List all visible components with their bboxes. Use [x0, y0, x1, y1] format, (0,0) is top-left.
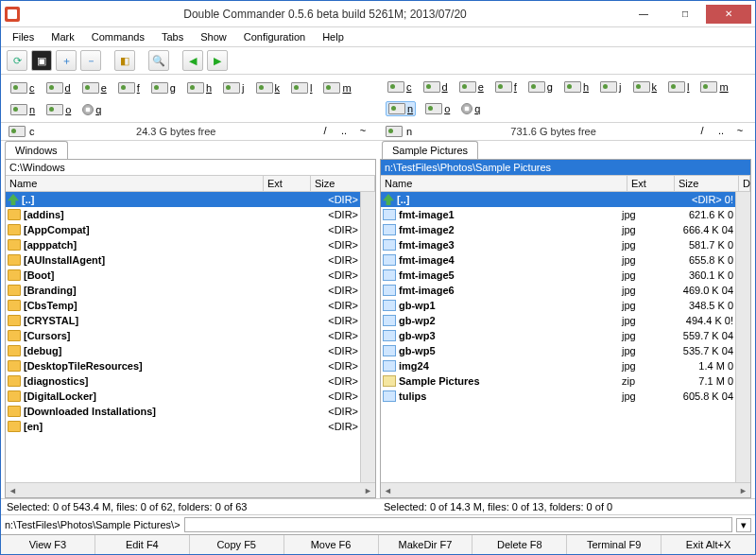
right-pathbar[interactable]: n:\TestFiles\Photos\Sample Pictures [381, 160, 750, 176]
drive-h[interactable]: h [562, 80, 591, 94]
file-row[interactable]: [DigitalLocker]<DIR> [6, 389, 360, 404]
file-row[interactable]: fmt-image2jpg666.4 K 04 [381, 222, 735, 237]
col-name[interactable]: Name [381, 176, 627, 191]
file-row[interactable]: [CRYSTAL]<DIR> [6, 313, 360, 328]
drive-l[interactable]: l [666, 80, 691, 94]
file-row[interactable]: img24jpg1.4 M 0 [381, 358, 735, 373]
drive-k[interactable]: k [631, 80, 660, 94]
menu-mark[interactable]: Mark [43, 29, 81, 44]
func-makedir[interactable]: MakeDir F7 [379, 535, 473, 554]
drive-g[interactable]: g [526, 80, 555, 94]
col-size[interactable]: Size [311, 176, 375, 191]
menu-configuration[interactable]: Configuration [236, 29, 313, 44]
left-file-list[interactable]: [..]<DIR>[addins]<DIR>[AppCompat]<DIR>[a… [6, 192, 360, 482]
drive-k[interactable]: k [254, 80, 283, 95]
func-edit[interactable]: Edit F4 [95, 535, 190, 554]
left-root-button[interactable]: / [318, 125, 333, 138]
left-up-button[interactable]: .. [336, 125, 352, 138]
menu-tabs[interactable]: Tabs [154, 29, 191, 44]
file-row[interactable]: [CbsTemp]<DIR> [6, 298, 360, 313]
drive-e[interactable]: e [457, 80, 486, 94]
func-terminal[interactable]: Terminal F9 [567, 535, 662, 554]
file-row[interactable]: [Boot]<DIR> [6, 268, 360, 283]
file-row[interactable]: gb-wp3jpg559.7 K 04 [381, 328, 735, 343]
func-exit[interactable]: Exit Alt+X [662, 535, 755, 554]
file-row[interactable]: [apppatch]<DIR> [6, 237, 360, 252]
file-row[interactable]: fmt-image3jpg581.7 K 0 [381, 237, 735, 252]
drive-n[interactable]: n [386, 101, 416, 116]
func-view[interactable]: View F3 [1, 535, 95, 554]
drive-q[interactable]: q [459, 101, 482, 116]
right-hscrollbar[interactable] [381, 482, 750, 497]
drive-h[interactable]: h [185, 80, 214, 95]
right-file-list[interactable]: [..]<DIR> 0!fmt-image1jpg621.6 K 0fmt-im… [381, 192, 735, 482]
func-copy[interactable]: Copy F5 [190, 535, 284, 554]
file-row[interactable]: Sample Pictureszip7.1 M 0 [381, 373, 735, 389]
cmd-dropdown[interactable]: ▾ [736, 518, 751, 532]
func-delete[interactable]: Delete F8 [472, 535, 567, 554]
left-vscrollbar[interactable] [360, 192, 375, 482]
file-row[interactable]: [..]<DIR> 0! [381, 192, 735, 207]
file-row[interactable]: [Branding]<DIR> [6, 283, 360, 298]
left-home-button[interactable]: ~ [355, 125, 370, 138]
drive-j[interactable]: j [221, 80, 246, 95]
file-row[interactable]: [AppCompat]<DIR> [6, 222, 360, 237]
file-row[interactable]: [..]<DIR> [6, 192, 360, 207]
file-row[interactable]: [Downloaded Installations]<DIR> [6, 404, 360, 419]
drive-m[interactable]: m [321, 80, 352, 95]
cmd-input[interactable] [184, 517, 732, 532]
minimize-button[interactable]: — [623, 5, 664, 24]
right-vscrollbar[interactable] [735, 192, 750, 482]
drive-f[interactable]: f [116, 80, 142, 95]
file-row[interactable]: [addins]<DIR> [6, 207, 360, 222]
drive-d[interactable]: d [44, 80, 73, 95]
menu-show[interactable]: Show [193, 29, 234, 44]
col-ext[interactable]: Ext [627, 176, 675, 191]
menu-commands[interactable]: Commands [84, 29, 152, 44]
back-button[interactable]: ◀ [182, 50, 203, 71]
left-hscrollbar[interactable] [6, 482, 375, 497]
right-up-button[interactable]: .. [713, 125, 729, 138]
drive-e[interactable]: e [80, 80, 109, 95]
terminal-button[interactable]: ▣ [31, 50, 52, 71]
menu-files[interactable]: Files [5, 29, 42, 44]
close-button[interactable]: ✕ [706, 5, 751, 24]
file-row[interactable]: [DesktopTileResources]<DIR> [6, 358, 360, 373]
file-row[interactable]: tulipsjpg605.8 K 04 [381, 389, 735, 404]
drive-c[interactable]: c [386, 80, 414, 94]
right-column-headers[interactable]: Name Ext Size D [381, 176, 750, 192]
drive-f[interactable]: f [493, 80, 519, 94]
right-current-drive[interactable]: n [406, 126, 412, 137]
file-row[interactable]: fmt-image1jpg621.6 K 0 [381, 207, 735, 222]
refresh-button[interactable]: ⟳ [7, 50, 27, 71]
file-row[interactable]: [diagnostics]<DIR> [6, 373, 360, 389]
file-row[interactable]: fmt-image6jpg469.0 K 04 [381, 283, 735, 298]
right-tab[interactable]: Sample Pictures [382, 141, 478, 159]
drive-g[interactable]: g [149, 80, 178, 95]
drive-n[interactable]: n [9, 102, 37, 116]
right-root-button[interactable]: / [695, 125, 710, 138]
left-tab[interactable]: Windows [5, 141, 68, 159]
col-size[interactable]: Size [675, 176, 739, 191]
menu-help[interactable]: Help [315, 29, 352, 44]
drive-d[interactable]: d [421, 80, 450, 94]
maximize-button[interactable]: □ [664, 5, 706, 24]
forward-button[interactable]: ▶ [207, 50, 228, 71]
right-home-button[interactable]: ~ [732, 125, 747, 138]
func-move[interactable]: Move F6 [284, 535, 379, 554]
col-name[interactable]: Name [6, 176, 264, 191]
file-row[interactable]: [en]<DIR> [6, 419, 360, 434]
left-current-drive[interactable]: c [29, 126, 35, 137]
file-row[interactable]: fmt-image5jpg360.1 K 0 [381, 268, 735, 283]
drive-l[interactable]: l [289, 80, 314, 95]
file-row[interactable]: [AUInstallAgent]<DIR> [6, 252, 360, 268]
search-button[interactable]: 🔍 [148, 50, 169, 71]
add-button[interactable]: ＋ [56, 50, 77, 71]
differ-button[interactable]: ◧ [114, 50, 135, 71]
file-row[interactable]: gb-wp5jpg535.7 K 04 [381, 343, 735, 358]
left-column-headers[interactable]: Name Ext Size [6, 176, 375, 192]
drive-m[interactable]: m [698, 80, 730, 94]
drive-o[interactable]: o [423, 101, 452, 116]
file-row[interactable]: [debug]<DIR> [6, 343, 360, 358]
col-ext[interactable]: Ext [264, 176, 311, 191]
